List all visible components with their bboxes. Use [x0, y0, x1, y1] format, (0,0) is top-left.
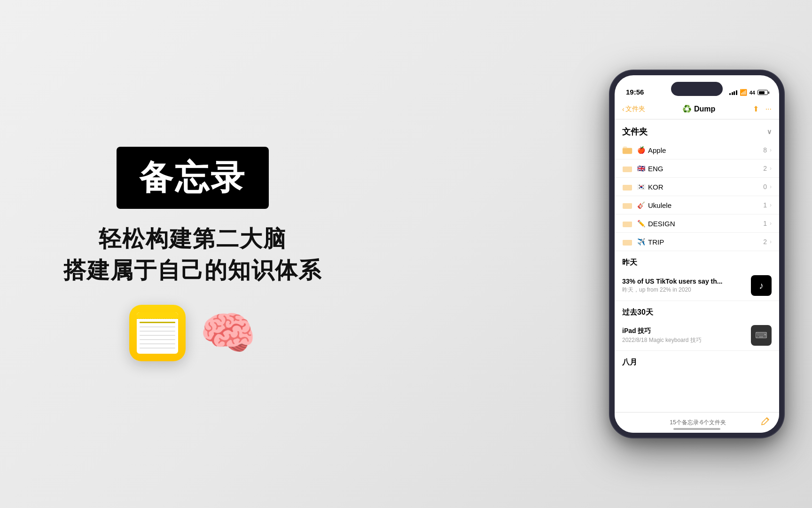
nav-actions: ⬆ ··· [753, 104, 772, 113]
wifi-icon: 📶 [740, 89, 747, 96]
note-subtitle-tiktok: 昨天，up from 22% in 2020 [622, 286, 751, 294]
folder-icon-kor [622, 183, 632, 191]
notes-line-7 [140, 348, 175, 349]
folder-count-apple: 8 [763, 146, 767, 154]
notes-line-3 [140, 331, 175, 332]
signal-bar-1 [729, 93, 731, 95]
folder-name-ukulele: Ukulele [648, 201, 763, 209]
subtitle-line1: 轻松构建第二大脑 [63, 223, 322, 254]
folders-header-label: 文件夹 [622, 126, 648, 137]
folder-item-design[interactable]: ✏️ DESIGN 1 › [615, 214, 779, 233]
folder-icon-apple [622, 146, 632, 154]
notes-top-strip [137, 312, 178, 319]
note-subtitle-ipad: 2022/8/18 Magic keyboard 技巧 [622, 336, 751, 344]
status-time: 19:56 [626, 88, 644, 96]
folder-name-kor: KOR [648, 183, 763, 191]
notes-line-5 [140, 339, 175, 340]
notes-icon-inner [137, 312, 178, 354]
dynamic-island [671, 82, 723, 96]
folder-name-apple: Apple [648, 146, 763, 154]
brain-emoji: 🧠 [200, 307, 256, 360]
battery-fill [759, 91, 765, 94]
icons-row: 🧠 [129, 305, 256, 361]
notes-app-icon [129, 305, 186, 361]
nav-back-button[interactable]: ‹ 文件夹 [622, 105, 645, 113]
folder-count-eng: 2 [763, 165, 767, 172]
note-content-ipad: iPad 技巧 2022/8/18 Magic keyboard 技巧 [622, 327, 751, 344]
folder-item-ukulele[interactable]: 🎸 Ukulele 1 › [615, 196, 779, 214]
folder-emoji-trip: ✈️ [637, 238, 645, 246]
yesterday-section-header: 昨天 [615, 251, 779, 270]
folder-chevron-ukulele: › [770, 202, 772, 208]
bottom-bar-status: 15个备忘录·6个文件夹 [635, 419, 760, 427]
more-icon[interactable]: ··· [765, 105, 772, 113]
notes-lines [140, 322, 175, 352]
share-icon[interactable]: ⬆ [753, 104, 759, 113]
past30-section-header: 过去30天 [615, 301, 779, 320]
folder-name-design: DESIGN [648, 220, 763, 228]
note-item-tiktok[interactable]: 33% of US TikTok users say th... 昨天，up f… [615, 270, 779, 301]
signal-bars [729, 90, 737, 95]
folder-icon-eng [622, 164, 632, 173]
tiktok-thumbnail: ♪ [751, 275, 772, 296]
subtitle-text: 轻松构建第二大脑 搭建属于自己的知识体系 [63, 223, 322, 286]
folder-item-trip[interactable]: ✈️ TRIP 2 › [615, 233, 779, 251]
folder-item-apple[interactable]: 🍎 Apple 8 › [615, 141, 779, 159]
battery-icon [757, 90, 768, 95]
notes-line-6 [140, 343, 175, 344]
nav-title: ♻️ Dump [682, 104, 715, 113]
folder-name-eng: ENG [648, 165, 763, 173]
folder-icon-ukulele [622, 201, 632, 209]
signal-bar-2 [732, 92, 733, 95]
note-title-tiktok: 33% of US TikTok users say th... [622, 278, 726, 285]
folder-count-trip: 2 [763, 238, 767, 246]
note-content-tiktok: 33% of US TikTok users say th... 昨天，up f… [622, 278, 751, 294]
ipad-circuit-icon: ⌨ [755, 330, 767, 341]
august-section-header: 八月 [615, 351, 779, 370]
content-area: 文件夹 ∨ 🍎 Apple 8 › [615, 119, 779, 412]
title-badge: 备忘录 [117, 147, 269, 209]
home-indicator [673, 428, 720, 430]
folder-item-kor[interactable]: 🇰🇷 KOR 0 › [615, 178, 779, 196]
iphone-frame: 19:56 📶 44 [610, 71, 784, 437]
nav-title-text: Dump [694, 105, 715, 113]
folder-emoji-design: ✏️ [637, 220, 645, 227]
notes-line-4 [140, 335, 175, 336]
folder-chevron-apple: › [770, 147, 772, 153]
folder-chevron-kor: › [770, 183, 772, 190]
compose-icon [760, 417, 770, 426]
folder-count-ukulele: 1 [763, 201, 767, 209]
iphone-screen: 19:56 📶 44 [615, 75, 779, 433]
notes-line-1 [140, 322, 175, 323]
folder-emoji-ukulele: 🎸 [637, 201, 645, 209]
folder-chevron-trip: › [770, 238, 772, 245]
folder-icon-trip [622, 238, 632, 246]
right-section: 19:56 📶 44 [610, 71, 784, 437]
folder-count-design: 1 [763, 220, 767, 227]
folder-name-trip: TRIP [648, 238, 763, 246]
battery-label: 44 [750, 90, 755, 95]
folder-count-kor: 0 [763, 183, 767, 190]
folder-chevron-design: › [770, 220, 772, 227]
folder-emoji-eng: 🇬🇧 [637, 165, 645, 172]
folder-emoji-apple: 🍎 [637, 146, 645, 154]
status-icons: 📶 44 [729, 89, 768, 96]
note-item-ipad[interactable]: iPad 技巧 2022/8/18 Magic keyboard 技巧 ⌨ [615, 320, 779, 351]
back-label: 文件夹 [625, 105, 645, 113]
compose-button[interactable] [760, 417, 770, 429]
tiktok-icon: ♪ [759, 280, 764, 291]
ipad-thumbnail: ⌨ [751, 325, 772, 346]
folder-emoji-kor: 🇰🇷 [637, 183, 645, 190]
notes-line-2 [140, 326, 175, 327]
note-title-ipad: iPad 技巧 [622, 327, 726, 335]
folder-icon-design [622, 219, 632, 228]
nav-bar: ‹ 文件夹 ♻️ Dump ⬆ ··· [615, 99, 779, 119]
folders-chevron[interactable]: ∨ [767, 128, 772, 135]
folder-chevron-eng: › [770, 165, 772, 172]
recycle-icon: ♻️ [682, 104, 692, 113]
signal-bar-4 [736, 90, 737, 95]
folder-item-eng[interactable]: 🇬🇧 ENG 2 › [615, 159, 779, 178]
back-chevron: ‹ [622, 105, 625, 113]
folders-section-header: 文件夹 ∨ [615, 119, 779, 141]
left-section: 备忘录 轻松构建第二大脑 搭建属于自己的知识体系 🧠 [0, 0, 385, 508]
